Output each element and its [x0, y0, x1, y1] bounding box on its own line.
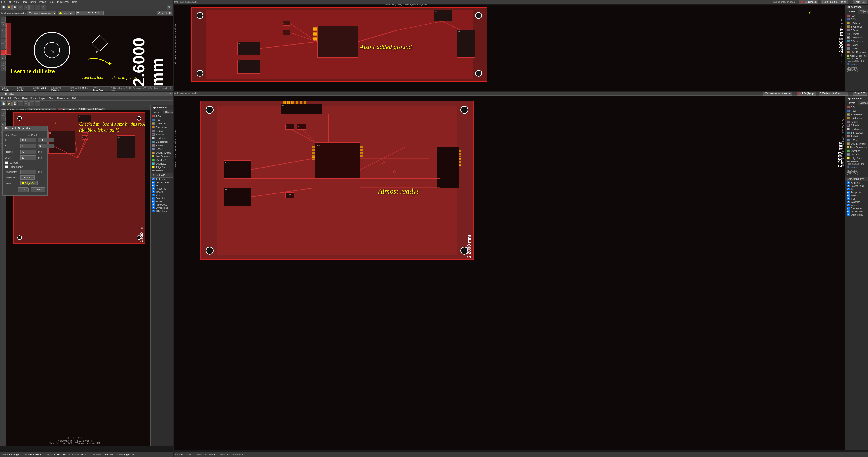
menu-inspect[interactable]: Inspect	[39, 1, 46, 3]
vtool-bl-line[interactable]: ╱	[1, 116, 6, 121]
layer-item-f-adhesive[interactable]: F.Adhesive	[845, 21, 868, 25]
layer-item-b-adhesive[interactable]: B.Adhesive	[845, 25, 868, 28]
layer-item-f-cu[interactable]: F.Cu	[845, 14, 868, 18]
x-end-input[interactable]	[38, 138, 54, 142]
new-btn[interactable]: 📄	[1, 5, 6, 10]
menu-bl-view[interactable]: View	[14, 97, 19, 100]
filter-check-7[interactable]	[152, 200, 155, 203]
vtool-drill[interactable]: ⊙	[1, 50, 6, 55]
vtool-arc[interactable]: ◜	[1, 39, 6, 44]
layer-item-edge-cuts[interactable]: Edge.Cuts	[845, 156, 868, 160]
y-end-input[interactable]	[38, 143, 54, 148]
layer-item-b-adhesive[interactable]: B.Adhesive	[151, 125, 173, 129]
layer-item-f-paste[interactable]: F.Paste	[151, 129, 173, 133]
layer-item-margin[interactable]: Margin	[151, 169, 173, 171]
layer-item-b-adhesive[interactable]: B.Adhesive	[845, 116, 868, 120]
layer-item-user-comments[interactable]: User.Comments	[845, 145, 868, 149]
menu-place[interactable]: Place	[22, 1, 28, 3]
vtool-text[interactable]: T	[1, 44, 6, 49]
vtool-zone[interactable]: ⬚	[1, 55, 6, 60]
layer-item-b-mask[interactable]: B.Mask	[845, 138, 868, 142]
menu-bl-place[interactable]: Place	[22, 97, 28, 100]
layer-item-b-cu[interactable]: B.Cu	[845, 18, 868, 21]
layer-item-user-eco2[interactable]: User.Eco2	[151, 162, 173, 165]
layer-item-b-silkscreen[interactable]: B.Silkscreen	[845, 39, 868, 43]
filter-check-10[interactable]	[847, 213, 849, 216]
layer-item-user-eco2[interactable]: User.Eco2	[845, 153, 868, 156]
tab-objects-bl[interactable]: Objects	[163, 110, 173, 114]
linewidth-input[interactable]	[21, 169, 36, 174]
menu-file[interactable]: File	[1, 1, 5, 3]
tab-objects-tr[interactable]: Objects	[858, 9, 868, 14]
filter-check-1[interactable]	[847, 185, 849, 187]
vtool-drc[interactable]: ✓	[1, 66, 6, 71]
layer-item-f-paste[interactable]: F.Paste	[845, 28, 868, 32]
undo-btn[interactable]: ↩	[18, 5, 23, 10]
filter-check-8[interactable]	[152, 203, 155, 206]
menu-help[interactable]: Help	[72, 1, 77, 3]
menu-bl-edit[interactable]: Edit	[7, 97, 11, 100]
filled-checkbox[interactable]	[5, 165, 8, 168]
filter-check-4[interactable]	[847, 194, 849, 197]
bl-tool6[interactable]: +	[29, 101, 34, 106]
tab-layers-bl[interactable]: Layers	[151, 110, 163, 114]
layer-item-user-drawings[interactable]: User.Drawings	[151, 151, 173, 155]
menu-route[interactable]: Route	[30, 1, 36, 3]
layer-item-f-silkscreen[interactable]: F.Silkscreen	[151, 136, 173, 140]
bl-tool5[interactable]: ↪	[24, 101, 29, 106]
menu-bl-help[interactable]: Help	[72, 97, 77, 100]
layer-item-b-cu[interactable]: B.Cu	[151, 118, 173, 122]
tab-layers-tr[interactable]: Layers	[845, 9, 858, 14]
layer-item-user-eco1[interactable]: User.Eco1	[845, 58, 868, 59]
layer-item-b-cu[interactable]: B.Cu	[845, 109, 868, 113]
layer-item-b-silkscreen[interactable]: B.Silkscreen	[845, 131, 868, 134]
layer-item-f-mask[interactable]: F.Mask	[845, 134, 868, 138]
layer-item-f-silkscreen[interactable]: F.Silkscreen	[845, 127, 868, 131]
open-btn[interactable]: 📂	[7, 5, 11, 10]
all-layers-br[interactable]: All Layers	[845, 166, 868, 169]
bl-tool7[interactable]: −	[35, 101, 40, 106]
bl-tool4[interactable]: ↩	[18, 101, 23, 106]
netclass-select-br[interactable]: Via use netclass sizes	[763, 92, 793, 96]
width-input[interactable]	[21, 156, 36, 160]
layer-item-f-cu[interactable]: F.Cu	[151, 115, 173, 118]
filter-check-5[interactable]	[847, 197, 849, 200]
layer-item-f-adhesive[interactable]: F.Adhesive	[845, 113, 868, 116]
layer-item-user-drawings[interactable]: User.Drawings	[845, 142, 868, 145]
menu-bl-preferences[interactable]: Preferences	[57, 97, 69, 100]
layer-item-b-silkscreen[interactable]: B.Silkscreen	[151, 140, 173, 143]
layer-item-f-adhesive[interactable]: F.Adhesive	[151, 122, 173, 125]
layer-item-user-drawings[interactable]: User.Drawings	[845, 50, 868, 54]
layer-item-b-mask[interactable]: B.Mask	[151, 147, 173, 151]
bl-tool1[interactable]: 📄	[1, 101, 6, 106]
layer-item-user-eco1[interactable]: User.Eco1	[151, 158, 173, 162]
layer-item-edge-cuts[interactable]: Edge.Cuts	[151, 165, 173, 169]
all-layers-tr[interactable]: All Layers	[845, 63, 868, 66]
layer-item-b-mask[interactable]: B.Mask	[845, 47, 868, 50]
zoom-fit-btn[interactable]: ⊡	[41, 5, 46, 10]
layer-item-f-cu[interactable]: F.Cu	[845, 105, 868, 109]
menu-bl-tools[interactable]: Tools	[49, 97, 55, 100]
filter-check-2[interactable]	[847, 188, 849, 191]
x-start-input[interactable]	[21, 138, 36, 142]
vtool-rect[interactable]: ▭	[1, 28, 6, 33]
height-input[interactable]	[21, 150, 36, 154]
layer-item-b-paste[interactable]: B.Paste	[845, 124, 868, 127]
linestyle-select[interactable]: Default	[21, 175, 35, 179]
bl-tool2[interactable]: 📂	[7, 101, 11, 106]
bl-tool3[interactable]: 💾	[12, 101, 17, 106]
filter-check-9[interactable]	[152, 206, 155, 209]
track-width-select-tl[interactable]: Via use netclass sizes	[27, 11, 57, 15]
layer-item-f-paste[interactable]: F.Paste	[845, 120, 868, 124]
filter-check-2[interactable]	[152, 184, 155, 187]
vtool-route[interactable]: ≈	[1, 61, 6, 66]
vtool-bl-cursor[interactable]: ↖	[1, 110, 6, 116]
vtool-circle[interactable]: ○	[1, 33, 6, 38]
save-btn[interactable]: 💾	[12, 5, 17, 10]
filter-check-9[interactable]	[847, 210, 849, 213]
menu-bl-inspect[interactable]: Inspect	[39, 97, 46, 100]
layer-item-user-comments[interactable]: User.Comments	[151, 155, 173, 158]
layer-item-margin[interactable]: Margin	[845, 160, 868, 162]
filter-check-0[interactable]	[152, 178, 155, 181]
cancel-button[interactable]: Cancel	[31, 187, 45, 192]
